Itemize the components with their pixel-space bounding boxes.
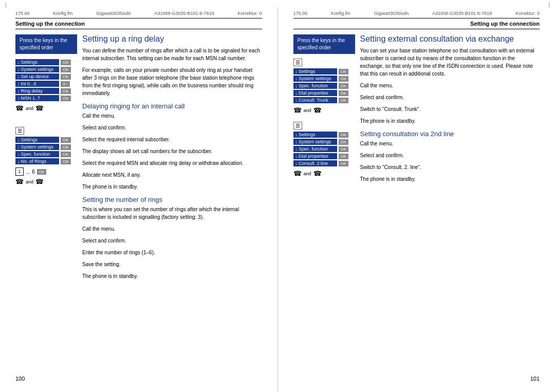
menu-item-msn-1: ↓ MSN 1..7 OK [15,95,77,101]
ok-btn-6: OK [61,96,71,101]
page-100: 175.00 Konfig.fm Gigaset3035isdn A31008-… [0,8,278,392]
menu-label-spec-2: ↓ Spec. function [15,151,59,157]
meta-corr: Korrektur: 0 [237,11,262,16]
num-row: 1 ... 6 OK [15,167,77,176]
meta-left-101: 175.00 [293,11,308,16]
main-heading-101: Setting external consultation via exchan… [360,34,540,44]
ok-btn-5: OK [61,88,71,94]
meta-center-101: Konfig.fm [331,11,350,16]
sidebar-blue-box-101: Press the keys in the specified order [293,34,355,54]
sub2-step1-101: Call the menu. [360,140,540,147]
sub2-menu-spec-101: ↓ Spec. function OK [293,146,355,152]
menu-icon-101b: ☰ [293,122,355,128]
num-box: 1 [15,167,24,176]
menu-item-system-2: ↓ System settings OK [15,144,77,150]
meta-corr-101: Korrektur: 0 [515,11,540,16]
sub2-standby-row-101: ☎ and ☎ [293,170,355,177]
ext-step2-101: Select and confirm. [360,94,540,101]
sub2-label-spec-101: ↓ Spec. function [293,146,337,152]
sub2-ok-4: OK [339,154,349,159]
ok-btn-7: OK [61,137,71,143]
menu-block-1: ↓ Settings OK ↓ System settings OK [15,59,77,101]
menu-label-settings-1: ↓ Settings [15,59,59,65]
standby-row-2: ☎ and ☎ [15,178,77,185]
page-100-header: 175.00 Konfig.fm Gigaset3035isdn A31008-… [15,8,262,18]
ok-btn-10: OK [61,159,71,164]
arrow-icon-6: ↓ [17,96,20,101]
sub2-arrow-2: ↓ [295,139,298,144]
meta-doc-101: Gigaset3035isdn [374,11,409,16]
phone-icon-1b: ☎ [35,104,44,112]
ext-arrow-2: ↓ [295,76,298,81]
ext-arrow-5: ↓ [295,98,298,103]
arrow-icon-2: ↓ [17,67,20,72]
arrow-icon-9: ↓ [17,152,20,157]
sub2-standby-100: The phone is in standby. [82,272,262,280]
sub2-ok-3: OK [339,146,349,152]
sub2-menu-system-101: ↓ System settings OK [293,139,355,145]
ext-step1-101: Call the menu. [360,82,540,89]
page-101-content: Press the keys in the specified order ☰ … [293,34,540,370]
ext-arrow-4: ↓ [295,90,298,96]
and-label-1: and [26,106,33,111]
sub1-step4: The display shows all set call numbers f… [82,147,262,155]
ext-label-system: ↓ System settings [293,76,337,82]
ok-btn-4: ≡↑ [61,81,70,87]
example-text-100: For example, calls on your private numbe… [82,66,262,97]
ext-menu-spec: ↓ Spec. function OK [293,83,355,89]
sub2-step2-100: Select and confirm. [82,237,262,245]
main-heading-100: Setting up a ring delay [82,34,262,44]
sub-heading-1-100: Delaying ringing for an internal call [82,102,262,110]
phone-icon-1: ☎ [15,104,24,112]
menu-label-settings-2: ↓ Settings [15,137,59,143]
menu-item-system-1: ↓ System settings OK [15,66,77,72]
ext-standby-101: The phone is in standby. [360,117,540,125]
ext-standby-row: ☎ and ☎ [293,106,355,114]
ext-ok-4: OK [339,90,349,96]
ext-ok-1: OK [339,69,349,74]
menu-icon-101b-symbol: ☰ [293,122,302,129]
sub2-arrow-3: ↓ [295,146,298,152]
ext-menu-block: ↓ Settings OK ↓ System settings OK [293,68,355,103]
ext-ok-3: OK [339,83,349,89]
sub2-ok-2: OK [339,139,349,145]
ok-btn-num: OK [37,169,46,175]
arrow-icon-5: ↓ [17,88,20,94]
sub2-phone-2-101: ☎ [313,170,322,177]
menu-block-2: ↓ Settings OK ↓ System settings OK [15,137,77,164]
intro-text-101: You can set your base station telephone … [360,47,540,78]
arrow-icon-4: ↓ [17,81,20,86]
meta-code: A31008-G3035-B101-6-7619 [155,11,214,16]
arrow-icon-1: ↓ [17,60,20,65]
menu-label-system-1: ↓ System settings [15,66,59,72]
sub-heading-2-100: Setting the number of rings [82,196,262,203]
sub1-step6: Allocate next MSN, if any. [82,171,262,179]
ext-label-dial: ↓ Dial properties [293,90,337,96]
six-label: 6 [32,169,35,175]
sub1-step3: Select the required internal subscriber. [82,136,262,143]
sidebar-101: Press the keys in the specified order ☰ … [293,34,355,370]
ext-menu-dial: ↓ Dial properties OK [293,90,355,96]
ext-arrow-3: ↓ [295,83,298,88]
sub1-step1: Call the menu. [82,112,262,120]
and-label-2: and [26,179,33,184]
menu-label-int-1: ↓ Int 0...6 [15,81,59,87]
intro-text-100: You can define the number of rings after… [82,47,262,62]
sub2-intro-100: This is where you can set the number of … [82,206,262,221]
sub2-label-line-101: ↓ Consult. 2.line [293,160,337,166]
menu-icon-2-container: ☰ [15,127,77,134]
page-number-101: 101 [293,370,540,382]
ok-btn-1: OK [61,60,71,65]
sidebar-100: Press the keys in the specified order ↓ … [15,34,77,370]
sub2-label-system-101: ↓ System settings [293,139,337,145]
menu-icon-101-symbol: ☰ [293,59,302,66]
sub1-step2: Select and confirm. [82,124,262,132]
ext-phone-2: ☎ [313,106,322,114]
meta-left: 175.00 [15,11,30,16]
menu-item-settings-1: ↓ Settings OK [15,59,77,65]
arrow-icon-3: ↓ [17,74,20,79]
menu-label-rings-2: ↓ No. of Rings [15,158,59,164]
sub1-step5: Select the required MSN and allocate rin… [82,159,262,167]
ext-label-settings: ↓ Settings [293,68,337,74]
sub2-menu-line-101: ↓ Consult. 2.line OK [293,160,355,166]
